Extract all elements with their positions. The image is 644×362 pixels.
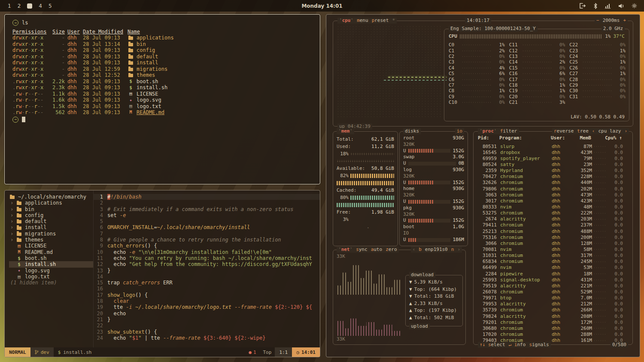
process-row[interactable]: 75316chromiumdhh200M0.0 <box>479 234 628 240</box>
editor-window[interactable]: ~/.local/share/omarchy ›applications›bin… <box>4 190 320 357</box>
process-row[interactable]: 3017chromiumdhh423M0.0 <box>479 198 628 204</box>
process-row[interactable]: 79519alacrittydhh221M0.0 <box>479 283 628 289</box>
tree-item[interactable]: (1 hidden item) <box>9 280 93 286</box>
menu-button[interactable]: menu <box>357 18 368 24</box>
process-row[interactable]: 17020chromiumdhh288M0.0 <box>479 331 628 337</box>
process-row[interactable]: 2284pipewiredhh18M0.0 <box>479 271 628 277</box>
interval-increase[interactable]: + <box>623 18 626 24</box>
process-row[interactable]: 3066chromiumdhh128M0.0 <box>479 240 628 246</box>
workspace-4[interactable]: 4 <box>39 3 42 9</box>
mem-used-percent: 18% <box>337 150 349 157</box>
up-arrow-icon: ▲ <box>409 300 412 308</box>
process-row[interactable]: 79806chromiumdhh202M0.0 <box>479 186 628 192</box>
chevron-icon: › <box>10 218 13 224</box>
header-program[interactable]: Program: <box>499 135 551 141</box>
tree-item[interactable]: ›migrations <box>9 231 93 237</box>
tree-item[interactable]: ▤LICENSE <box>9 243 93 249</box>
terminal-window[interactable]: → ls Permissions Size User Date Modified… <box>4 14 320 184</box>
process-row[interactable]: 16545dropboxdhh423M0.0 <box>479 149 628 155</box>
network-icon[interactable] <box>605 3 611 9</box>
process-row[interactable]: 80524sattydhh23M0.0 <box>479 161 628 167</box>
process-row[interactable]: 30680chromiumdhh260M0.0 <box>479 325 628 331</box>
volume-icon[interactable] <box>618 3 624 9</box>
workspace-5[interactable]: 5 <box>49 3 52 9</box>
process-row[interactable]: 2674alacrittydhh203M0.0 <box>479 216 628 222</box>
date-cell: 28 Jul 09:13 <box>83 47 128 54</box>
tree-item[interactable]: ▤logo.txt <box>9 274 93 280</box>
sort-next[interactable]: › <box>624 128 627 134</box>
header-pid[interactable]: Pid: <box>478 135 499 141</box>
settings-icon[interactable] <box>632 3 637 9</box>
workspace-2[interactable]: 2 <box>18 3 21 9</box>
net-auto-button[interactable]: auto <box>371 247 383 253</box>
process-row[interactable]: 2359Hyprlanddhh352M0.0 <box>479 168 628 174</box>
ls-header-size: Size <box>52 29 67 35</box>
header-memb[interactable]: MemB <box>570 135 591 141</box>
core-history-meter <box>462 49 492 52</box>
terminal-prompt[interactable]: → <box>12 117 320 123</box>
header-cpu[interactable]: Cpu% ↑ <box>591 135 622 141</box>
tree-item[interactable]: $boot.sh <box>9 255 93 261</box>
cpu-graph-trace <box>384 80 447 81</box>
process-row[interactable]: 53275chromiumdhh222M0.0 <box>479 210 628 216</box>
process-row[interactable]: 32626chromiumdhh440M0.0 <box>479 180 628 186</box>
tree-item[interactable]: ›bin <box>9 206 93 212</box>
process-list: 80531slurpdhh87M0.016545dropboxdhh423M0.… <box>474 143 632 342</box>
tree-item[interactable]: MREADME.md <box>9 249 93 255</box>
proc-box-title: 'proc' filter <box>478 128 519 134</box>
tree-item[interactable]: ›install <box>9 224 93 230</box>
net-interface-switcher[interactable]: ‹b enp191s0 n› <box>411 247 462 253</box>
tree-button[interactable]: tree <box>577 128 589 134</box>
name-cell: ▤LICENSE <box>128 91 320 97</box>
tree-item[interactable]: ›config <box>9 212 93 218</box>
workspace-1[interactable]: 1 <box>8 3 11 9</box>
process-row[interactable]: 65834chromiumdhh245M0.0 <box>479 259 628 265</box>
process-row[interactable]: 69959spotify_playerdhh79M0.0 <box>479 155 628 161</box>
tree-item[interactable]: ›themes <box>9 237 93 243</box>
sort-prev[interactable]: ‹ <box>592 128 595 134</box>
net-sync-button[interactable]: sync <box>356 247 368 253</box>
process-row[interactable]: 80333nvimdhh48M0.0 <box>479 204 628 210</box>
select-action[interactable]: select <box>488 342 505 347</box>
bluetooth-icon[interactable] <box>593 3 598 9</box>
name-cell: $install.sh <box>128 84 320 91</box>
info-action[interactable]: info <box>514 342 526 347</box>
process-row[interactable]: 25993signal-desktopdhh431M0.0 <box>479 277 628 283</box>
update-interval: − 2000ms + <box>595 18 628 24</box>
process-row[interactable]: 79201chromiumdhh172M0.0 <box>479 319 628 325</box>
process-row[interactable]: 25213chromiumdhh488M0.0 <box>479 228 628 234</box>
preset-button[interactable]: preset <box>372 18 389 24</box>
net-zero-button[interactable]: zero <box>386 247 397 253</box>
upload-speed: 2,33 KiB/s <box>414 300 443 308</box>
tree-item[interactable]: ›applications <box>9 200 93 206</box>
process-row[interactable]: 79953alacrittydhh212M0.0 <box>479 301 628 307</box>
process-row[interactable]: 79411chromiumdhh237M0.0 <box>479 222 628 228</box>
tree-item[interactable]: ✦logo.svg <box>9 268 93 274</box>
code-editor[interactable]: 1#!/bin/bash23# Exit immediately if a co… <box>94 190 320 347</box>
process-row[interactable]: 79971btopdhh7.0M0.0 <box>479 295 628 301</box>
line-number: 2 <box>94 200 107 206</box>
process-row[interactable]: 70427chromiumdhh228M0.0 <box>479 174 628 180</box>
disks-io-toggle[interactable]: io <box>455 128 464 134</box>
interval-decrease[interactable]: − <box>596 18 599 24</box>
process-row[interactable]: 3063chromiumdhh473M0.0 <box>479 192 628 198</box>
logout-icon[interactable] <box>580 3 586 9</box>
process-row[interactable]: 66499nvimdhh53M0.0 <box>479 265 628 271</box>
system-monitor-window[interactable]: 'cpu' menu preset * 14:01:17 − 2000ms + … <box>326 14 640 357</box>
tree-item[interactable]: $install.sh <box>9 261 93 267</box>
workspace-3[interactable] <box>27 3 32 9</box>
process-row[interactable]: 80531slurpdhh87M0.0 <box>479 143 628 149</box>
process-count: 0/580 <box>611 342 628 348</box>
editor-line: 4set -e <box>94 212 320 218</box>
filter-button[interactable]: filter <box>500 128 517 134</box>
process-row[interactable]: 35739chromiumdhh266M0.0 <box>479 307 628 313</box>
process-row[interactable]: 79824alacrittydhh208M0.0 <box>479 313 628 319</box>
process-row[interactable]: 31031chromiumdhh317M0.0 <box>479 253 628 259</box>
header-user[interactable]: User: <box>551 135 570 141</box>
reverse-button[interactable]: reverse <box>554 128 574 134</box>
tree-item[interactable]: ›default <box>9 218 93 224</box>
signals-action[interactable]: signals <box>529 342 549 347</box>
process-row[interactable]: 70081nvimdhh58M0.0 <box>479 246 628 252</box>
process-row[interactable]: 26078chromiumdhh529M0.0 <box>479 289 628 295</box>
tree-root[interactable]: ~/.local/share/omarchy <box>9 194 93 200</box>
